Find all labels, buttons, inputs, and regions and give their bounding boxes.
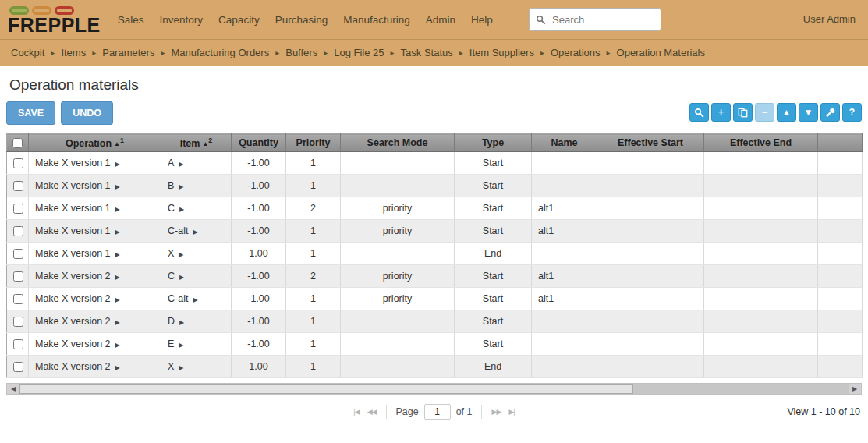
customize-button[interactable]	[820, 103, 840, 122]
cell-search_mode[interactable]	[341, 175, 455, 197]
cell-select[interactable]	[7, 265, 29, 288]
column-header-type[interactable]: Type	[455, 134, 532, 152]
cell-quantity[interactable]: -1.00	[232, 310, 286, 333]
breadcrumb-item[interactable]: Items	[59, 47, 87, 58]
nav-item-purchasing[interactable]: Purchasing	[267, 9, 336, 30]
cell-priority[interactable]: 1	[286, 356, 341, 378]
remove-button[interactable]: −	[755, 103, 774, 122]
cell-effective_start[interactable]	[597, 333, 704, 356]
cell-name[interactable]: alt1	[532, 265, 597, 288]
nav-item-manufacturing[interactable]: Manufacturing	[335, 9, 418, 30]
drilldown-icon[interactable]: ▶	[179, 364, 183, 371]
drilldown-icon[interactable]: ▶	[193, 296, 197, 303]
cell-extra[interactable]	[818, 310, 863, 333]
drilldown-icon[interactable]: ▶	[115, 364, 120, 371]
cell-priority[interactable]: 2	[286, 265, 341, 288]
cell-effective_start[interactable]	[597, 175, 704, 197]
scroll-left-button[interactable]: ◀	[7, 384, 19, 394]
cell-item[interactable]: C-alt▶	[161, 220, 232, 243]
cell-operation[interactable]: Make X version 2▶	[29, 333, 161, 356]
cell-extra[interactable]	[818, 243, 863, 265]
cell-type[interactable]: Start	[455, 175, 532, 197]
cell-select[interactable]	[7, 288, 29, 310]
user-menu[interactable]: User Admin	[803, 13, 856, 25]
search-input[interactable]	[551, 13, 654, 27]
cell-select[interactable]	[7, 310, 29, 333]
row-checkbox[interactable]	[13, 294, 23, 304]
nav-item-sales[interactable]: Sales	[110, 9, 152, 30]
cell-quantity[interactable]: -1.00	[232, 265, 286, 288]
column-header-effective_end[interactable]: Effective End	[704, 134, 818, 152]
nav-item-admin[interactable]: Admin	[418, 9, 463, 30]
pager-prev-button[interactable]: ◀◀	[367, 408, 377, 416]
cell-search_mode[interactable]	[341, 310, 455, 333]
breadcrumb-item[interactable]: Item Suppliers	[468, 47, 536, 58]
cell-type[interactable]: Start	[455, 288, 532, 310]
cell-item[interactable]: B▶	[161, 175, 232, 197]
column-header-effective_start[interactable]: Effective Start	[597, 134, 704, 152]
cell-name[interactable]	[532, 243, 597, 265]
drilldown-icon[interactable]: ▶	[179, 251, 183, 258]
drilldown-icon[interactable]: ▶	[179, 183, 183, 190]
nav-item-capacity[interactable]: Capacity	[211, 9, 267, 30]
row-checkbox[interactable]	[13, 271, 23, 282]
cell-priority[interactable]: 1	[286, 243, 341, 265]
cell-select[interactable]	[7, 243, 29, 265]
cell-item[interactable]: A▶	[161, 152, 232, 175]
cell-operation[interactable]: Make X version 1▶	[29, 197, 161, 220]
drilldown-icon[interactable]: ▶	[115, 229, 120, 236]
drilldown-icon[interactable]: ▶	[115, 183, 120, 190]
cell-type[interactable]: End	[455, 243, 532, 265]
cell-effective_end[interactable]	[704, 333, 818, 356]
drilldown-icon[interactable]: ▶	[115, 342, 120, 349]
cell-effective_end[interactable]	[704, 310, 818, 333]
drilldown-icon[interactable]: ▶	[193, 229, 197, 236]
add-button[interactable]: +	[711, 103, 731, 122]
cell-effective_end[interactable]	[704, 220, 818, 243]
cell-select[interactable]	[7, 175, 29, 197]
cell-select[interactable]	[7, 356, 29, 378]
cell-extra[interactable]	[818, 197, 863, 220]
cell-name[interactable]: alt1	[532, 288, 597, 310]
save-button[interactable]: SAVE	[6, 101, 55, 125]
row-checkbox[interactable]	[13, 249, 23, 259]
cell-extra[interactable]	[818, 220, 863, 243]
breadcrumb-item[interactable]: Parameters	[101, 47, 156, 58]
cell-type[interactable]: Start	[455, 310, 532, 333]
row-checkbox[interactable]	[13, 204, 23, 214]
cell-extra[interactable]	[818, 356, 863, 378]
cell-effective_start[interactable]	[597, 356, 704, 378]
search-button[interactable]	[689, 103, 709, 122]
cell-quantity[interactable]: -1.00	[232, 175, 286, 197]
column-header-quantity[interactable]: Quantity	[232, 134, 286, 152]
cell-type[interactable]: Start	[455, 152, 532, 175]
help-button[interactable]: ?	[842, 103, 862, 122]
pager-first-button[interactable]: |◀	[353, 408, 359, 416]
scrollbar-track[interactable]	[19, 384, 849, 394]
cell-effective_start[interactable]	[597, 197, 704, 220]
breadcrumb-item[interactable]: Operations	[549, 47, 602, 58]
cell-type[interactable]: Start	[455, 265, 532, 288]
cell-extra[interactable]	[818, 288, 863, 310]
cell-operation[interactable]: Make X version 1▶	[29, 220, 161, 243]
drilldown-icon[interactable]: ▶	[115, 296, 120, 303]
drilldown-icon[interactable]: ▶	[179, 161, 183, 168]
cell-effective_end[interactable]	[704, 197, 818, 220]
select-all-checkbox[interactable]	[12, 138, 23, 148]
cell-search_mode[interactable]: priority	[341, 288, 455, 310]
cell-quantity[interactable]: 1.00	[232, 356, 286, 378]
cell-item[interactable]: X▶	[161, 243, 232, 265]
cell-search_mode[interactable]: priority	[341, 220, 455, 243]
cell-extra[interactable]	[818, 333, 863, 356]
page-number-input[interactable]	[424, 404, 451, 420]
cell-effective_start[interactable]	[597, 288, 704, 310]
cell-extra[interactable]	[818, 152, 863, 175]
cell-item[interactable]: X▶	[161, 356, 232, 378]
cell-effective_end[interactable]	[704, 288, 818, 310]
row-checkbox[interactable]	[13, 226, 23, 236]
cell-operation[interactable]: Make X version 1▶	[29, 175, 161, 197]
cell-quantity[interactable]: -1.00	[232, 152, 286, 175]
cell-name[interactable]	[532, 333, 597, 356]
nav-item-help[interactable]: Help	[463, 9, 501, 30]
cell-priority[interactable]: 2	[286, 197, 341, 220]
